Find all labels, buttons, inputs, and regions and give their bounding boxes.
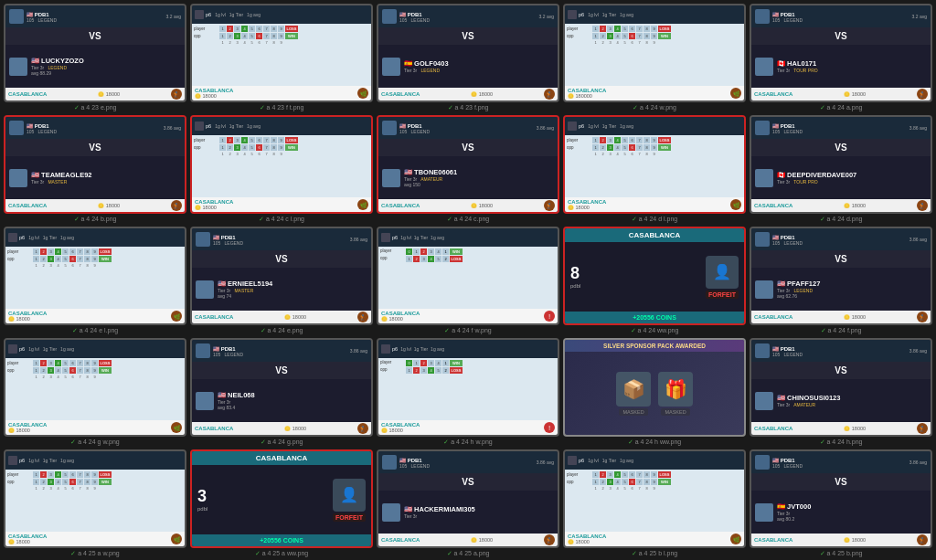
warning-icon: ! [544, 422, 555, 433]
card-a_4_24_f[interactable]: 🇺🇸 PDB1 105 LEGEND 3.86 avg VS 🇺🇸 PFAFF1… [750, 227, 932, 325]
player1-info: 🇺🇸 PDB1 105 LEGEND [382, 455, 430, 470]
bottom-coins: 🪙 18000 [471, 91, 493, 97]
flag-icon: 🌿 [171, 422, 182, 433]
cell-a_4_24_hw: p6 1g lvl1g Tier1g avg player 01234 1 WI… [377, 338, 559, 446]
masked-label-2: MASKED [661, 408, 689, 416]
player2-info: 🇨🇦 DEEPDIVERDAVE007 Tier 3r TOUR PRO [777, 171, 856, 185]
filename-label-a_4_24_forfeit: ✓ a 4 24 ww.png [631, 327, 679, 334]
player1-info: 🇺🇸 PDB1 105 LEGEND [196, 232, 243, 247]
emblem-icon: 🏌 [917, 200, 928, 211]
vs-label: VS [89, 141, 101, 154]
bottom-coins: 🪙 18000 [844, 426, 866, 431]
cell-a_4_23_ft: p6 1g lvl1g Tier1g avg player 123456789 … [190, 4, 373, 111]
card-a_4_24_c[interactable]: 🇺🇸 PDB1 105 LEGEND 3.86 avg VS 🇺🇸 TBONE0… [377, 115, 559, 214]
card-a_4_24_hw[interactable]: p6 1g lvl1g Tier1g avg player 01234 1 WI… [377, 338, 559, 437]
player1-info: 🇺🇸 PDB1 105 LEGEND [9, 121, 57, 135]
bottom-coins: 🪙 18000 [471, 203, 493, 208]
filename-label-a_4_25_a: ✓ a 4 25 a.png [447, 550, 490, 557]
emblem-icon: 🏌 [917, 312, 928, 322]
bottom-coins: 🪙 18000 [844, 203, 866, 208]
filename-label-a_4_24_g: ✓ a 4 24 g.png [261, 438, 303, 446]
card-a_4_24_e[interactable]: 🇺🇸 PDB1 105 LEGEND 3.86 avg VS 🇺🇸 ERNIEE… [190, 227, 373, 325]
player2-info: 🇺🇸 CHINOSUSI0123 Tier 3r AMATEUR [777, 394, 840, 407]
bottom-casa: CASABLANCA [754, 314, 792, 320]
player2-info: 🇺🇸 ERNIEEL5194 Tier 3r MASTER avg 74 [218, 280, 272, 299]
player2-info: 🇺🇸 TEAMEAGLE92 Tier 3r MASTER [31, 171, 92, 185]
forfeit-title: CASABLANCA [565, 228, 744, 242]
filename-label-a_4_24_fw: ✓ a 4 24 f w.png [444, 327, 492, 334]
cell-a_4_24_c: 🇺🇸 PDB1 105 LEGEND 3.86 avg VS 🇺🇸 TBONE0… [377, 115, 559, 223]
player1-info: 🇺🇸 PDB1 105 LEGEND [9, 9, 57, 24]
cell-a_4_24_el: p6 1g lvl1g Tier1g avg player 123456789 … [4, 227, 186, 334]
filename-label-a_4_24_dl: ✓ a 4 24 d l.png [632, 216, 677, 223]
card-a_4_24_hww[interactable]: SILVER SPONSOR PACK AWARDED 📦 MASKED 🎁 M… [563, 338, 746, 437]
cell-a_4_25_aw: p6 1g lvl1g Tier1g avg player 123456789 … [4, 449, 186, 557]
player2-info: 🇪🇸 GOLF0403 Tier 3r LEGEND [404, 59, 449, 73]
flag-icon: 🌿 [730, 534, 741, 544]
flag-icon: 🌿 [357, 88, 368, 99]
card-a_4_24_forfeit[interactable]: CASABLANCA 8 pdbl 👤 FORFEIT +20556 COINS [563, 227, 746, 325]
player2-info: 🇪🇸 JVT000 Tier 3r avg 80.2 [777, 502, 811, 522]
emblem-icon: 🏌 [171, 89, 182, 100]
card-a_4_24_b[interactable]: 🇺🇸 PDB1 105 LEGEND 3.86 avg VS 🇺🇸 TEAMEA… [4, 115, 186, 214]
card-a_4_25_b[interactable]: 🇺🇸 PDB1 105 LEGEND 3.86 avg VS 🇪🇸 JVT000 [750, 449, 932, 548]
player1-info: 🇺🇸 PDB1 105 LEGEND [755, 9, 803, 24]
main-grid: 🇺🇸 PDB1 105 LEGEND 3.2 avg VS 🇺🇸 LUCKYZO… [0, 0, 936, 560]
bottom-coins: 🪙 18000 [844, 314, 866, 320]
bottom-casa: CASABLANCA [381, 91, 420, 97]
filename-label-a_4_24_el: ✓ a 4 24 e l.png [72, 327, 118, 334]
card-a_4_23_e[interactable]: 🇺🇸 PDB1 105 LEGEND 3.2 avg VS 🇺🇸 LUCKYZO… [4, 4, 186, 102]
emblem-icon: 🏌 [357, 312, 368, 322]
filename-label-a_4_25_bl: ✓ a 4 25 b l.png [632, 550, 677, 557]
bottom-casa: CASABLANCA [195, 314, 233, 320]
filename-label-a_4_24_c: ✓ a 4 24 c.png [447, 216, 489, 223]
card-a_4_23_f[interactable]: 🇺🇸 PDB1 105 LEGEND 3.2 avg VS 🇪🇸 GOLF040… [377, 4, 559, 102]
emblem-icon: 🏌 [544, 534, 555, 545]
flag-icon: 🌿 [730, 199, 741, 210]
cell-a_4_24_f: 🇺🇸 PDB1 105 LEGEND 3.86 avg VS 🇺🇸 PFAFF1… [750, 227, 932, 334]
card-a_4_23_ft[interactable]: p6 1g lvl1g Tier1g avg player 123456789 … [190, 4, 373, 102]
forfeit-badge: FORFEIT [333, 513, 366, 522]
card-a_4_24_dl[interactable]: p6 1g lvl1g Tier1g avg player 123456789 … [563, 115, 746, 214]
card-a_4_24_cl[interactable]: p6 1g lvl1g Tier1g avg player 123456789 … [190, 115, 373, 214]
card-a_4_24_h[interactable]: 🇺🇸 PDB1 105 LEGEND 3.86 avg VS 🇺🇸 CHINOS… [750, 338, 932, 437]
cell-a_4_24_gw: p6 1g lvl1g Tier1g avg player 123456789 … [4, 338, 186, 446]
cell-a_4_25_ww: CASABLANCA 3 pdbl 👤 FORFEIT +20556 COINS [190, 449, 373, 557]
bottom-casa: CASABLANCA [754, 203, 792, 208]
forfeit-badge: FORFEIT [706, 291, 739, 299]
card-a_4_24_d[interactable]: 🇺🇸 PDB1 105 LEGEND 3.86 avg VS 🇨🇦 DEEPDI… [750, 115, 932, 214]
filename-label-a_4_24_w: ✓ a 4 24 w.png [633, 104, 676, 111]
flag-icon: 🌿 [357, 199, 368, 210]
forfeit-avatar: 👤 [333, 479, 366, 512]
vs-label: VS [462, 141, 473, 154]
player1-info: 🇺🇸 PDB1 105 LEGEND [382, 121, 430, 135]
player1-info: 🇺🇸 PDB1 105 LEGEND [196, 343, 243, 358]
coins-label: +20556 COINS [565, 312, 744, 323]
cell-a_4_24_a: 🇺🇸 PDB1 105 LEGEND 3.2 avg VS 🇨🇦 HAL0171 [750, 4, 932, 111]
cell-a_4_24_dl: p6 1g lvl1g Tier1g avg player 123456789 … [563, 115, 746, 223]
bottom-coins: 🪙 18000 [284, 426, 306, 431]
cell-a_4_24_h: 🇺🇸 PDB1 105 LEGEND 3.86 avg VS 🇺🇸 CHINOS… [750, 338, 932, 446]
card-a_4_24_el[interactable]: p6 1g lvl1g Tier1g avg player 123456789 … [4, 227, 186, 325]
bottom-casa: CASABLANCA [8, 91, 47, 97]
filename-label-a_4_24_hw: ✓ a 4 24 h w.png [443, 438, 492, 446]
bottom-casa: CASABLANCA [195, 426, 233, 431]
player2-info: 🇨🇦 HAL0171 Tier 3r TOUR PRO [777, 59, 818, 73]
cell-a_4_24_forfeit: CASABLANCA 8 pdbl 👤 FORFEIT +20556 COINS [563, 227, 746, 334]
flag-icon: 🌿 [171, 534, 182, 544]
bottom-casa: CASABLANCA [8, 203, 47, 208]
vs-label: VS [275, 364, 287, 377]
filename-label-a_4_25_aw: ✓ a 4 25 a w.png [70, 550, 119, 557]
card-a_4_25_aw[interactable]: p6 1g lvl1g Tier1g avg player 123456789 … [4, 449, 186, 548]
card-a_4_25_bl[interactable]: p6 1g lvl1g Tier1g avg player 123456789 … [563, 449, 746, 548]
vs-label: VS [835, 475, 846, 489]
card-a_4_25_a[interactable]: 🇺🇸 PDB1 105 LEGEND 3.86 avg VS 🇺🇸 HACKER… [377, 449, 559, 548]
card-a_4_25_ww[interactable]: CASABLANCA 3 pdbl 👤 FORFEIT +20556 COINS [190, 449, 373, 548]
card-a_4_24_gw[interactable]: p6 1g lvl1g Tier1g avg player 123456789 … [4, 338, 186, 437]
card-a_4_24_g[interactable]: 🇺🇸 PDB1 105 LEGEND 3.86 avg VS 🇺🇸 NEIL06… [190, 338, 373, 437]
card-a_4_24_w[interactable]: p6 1g lvl1g Tier1g avg player 123456789 … [563, 4, 746, 102]
filename-label-a_4_24_d: ✓ a 4 24 d.png [820, 216, 863, 223]
card-a_4_24_fw[interactable]: p6 1g lvl1g Tier1g avg player 01234 1 WI… [377, 227, 559, 325]
flag-icon: 🌿 [730, 88, 741, 99]
card-a_4_24_a[interactable]: 🇺🇸 PDB1 105 LEGEND 3.2 avg VS 🇨🇦 HAL0171 [750, 4, 932, 102]
